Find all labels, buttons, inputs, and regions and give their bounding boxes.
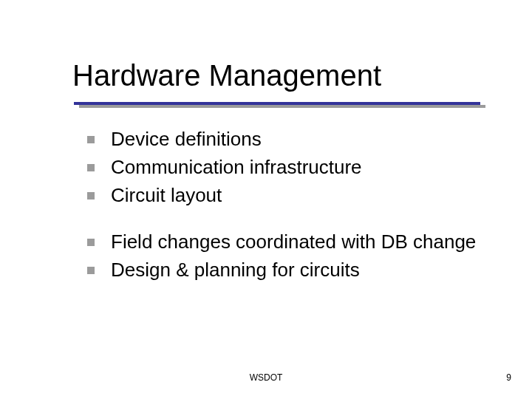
list-item: Design & planning for circuits: [87, 258, 486, 283]
footer-center-text: WSDOT: [0, 372, 532, 383]
page-number: 9: [506, 372, 511, 383]
list-item-text: Communication infrastructure: [111, 155, 362, 180]
list-item: Communication infrastructure: [87, 155, 486, 180]
title-underline-shadow: [79, 105, 485, 108]
square-bullet-icon: [87, 267, 95, 274]
list-item: Device definitions: [87, 127, 486, 152]
bullet-group: Device definitions Communication infrast…: [87, 127, 486, 208]
list-item-text: Device definitions: [111, 127, 262, 152]
list-item: Field changes coordinated with DB change: [87, 230, 486, 255]
square-bullet-icon: [87, 192, 95, 200]
slide: Hardware Management Device definitions C…: [0, 0, 532, 399]
slide-body: Device definitions Communication infrast…: [87, 127, 486, 305]
slide-title: Hardware Management: [72, 59, 381, 92]
list-item-text: Design & planning for circuits: [111, 258, 360, 283]
square-bullet-icon: [87, 164, 95, 171]
bullet-group: Field changes coordinated with DB change…: [87, 230, 486, 283]
title-underline: [74, 102, 480, 105]
square-bullet-icon: [87, 239, 95, 246]
list-item-text: Circuit layout: [111, 183, 222, 208]
square-bullet-icon: [87, 136, 95, 143]
list-item: Circuit layout: [87, 183, 486, 208]
list-item-text: Field changes coordinated with DB change: [111, 230, 476, 255]
